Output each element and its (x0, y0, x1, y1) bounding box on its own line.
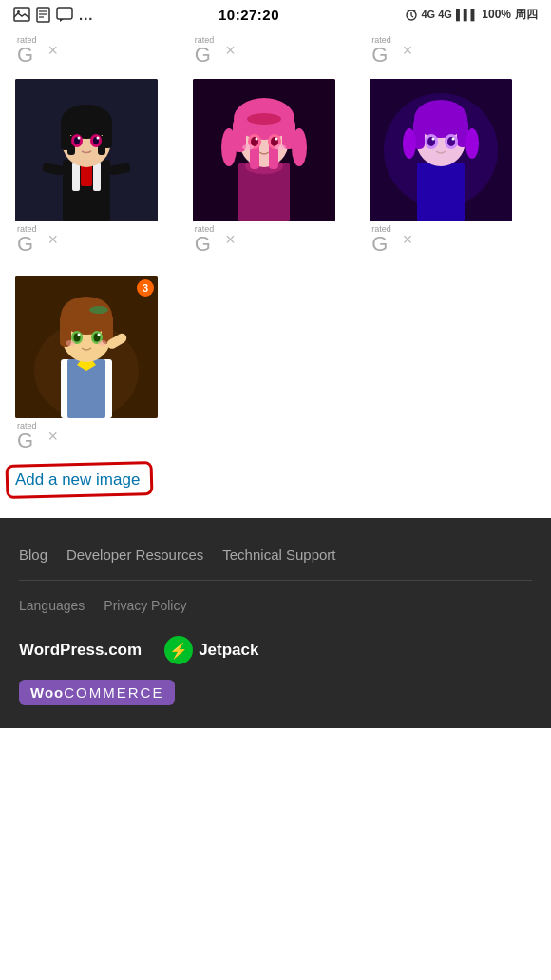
svg-point-28 (97, 137, 100, 140)
day-label: 周四 (515, 7, 538, 23)
svg-point-76 (89, 306, 108, 314)
svg-point-50 (275, 144, 286, 150)
svg-line-10 (407, 10, 408, 12)
svg-point-47 (255, 138, 257, 141)
image-thumb-2[interactable] (193, 79, 335, 221)
status-icons-right: 4G 4G ▌▌▌ 100% 周四 (405, 7, 539, 23)
footer-link-privacy[interactable]: Privacy Policy (104, 598, 186, 613)
jetpack-bolt-icon: ⚡ (169, 642, 188, 660)
add-image-container[interactable]: Add a new image (15, 471, 140, 490)
brand-row: WordPress.com ⚡ Jetpack (19, 636, 532, 664)
remove-button-top-3[interactable]: × (403, 41, 413, 61)
status-bar: ... 10:27:20 4G 4G ▌▌▌ 100% 周四 (0, 0, 551, 29)
svg-point-48 (275, 138, 277, 141)
svg-point-59 (466, 128, 479, 159)
svg-point-84 (98, 340, 107, 346)
alarm-icon (405, 8, 418, 21)
rating-row-2: rated G × (193, 225, 236, 255)
svg-point-64 (432, 138, 435, 141)
image-cell-3: rated G × (370, 79, 536, 255)
top-rating-row: rated G × rated G × rated G × (15, 29, 536, 69)
rating-row-4: rated G × (15, 422, 58, 452)
svg-rect-14 (72, 163, 80, 191)
image-cell-4: 3 (15, 276, 181, 452)
rating-label-3: rated G (371, 36, 391, 66)
jetpack-logo: ⚡ Jetpack (164, 636, 258, 664)
woo-text: Woo (30, 684, 64, 701)
image-icon (13, 7, 30, 22)
footer: BlogDeveloper Resources Technical Suppor… (0, 518, 551, 728)
footer-nav-primary: BlogDeveloper Resources Technical Suppor… (19, 547, 532, 563)
remove-button-3[interactable]: × (403, 230, 413, 250)
svg-rect-6 (57, 8, 72, 19)
wordpress-logo: WordPress.com (19, 641, 142, 660)
remove-button-1[interactable]: × (48, 230, 59, 250)
rating-label-2: rated G (195, 36, 215, 66)
character-figure-2 (193, 79, 335, 221)
rating-label-1: rated G (17, 36, 37, 66)
top-cell-2: rated G × (193, 36, 359, 66)
image-thumb-3[interactable] (370, 79, 512, 221)
svg-line-9 (411, 16, 413, 18)
more-icon: ... (79, 7, 94, 23)
svg-point-58 (403, 128, 416, 159)
footer-link-developer[interactable]: Developer Resources (66, 547, 203, 563)
chat-icon (56, 7, 73, 23)
remove-button-top-1[interactable]: × (48, 41, 59, 61)
remove-button-4[interactable]: × (48, 427, 59, 447)
footer-nav-secondary: Languages Privacy Policy (19, 598, 532, 613)
add-image-link[interactable]: Add a new image (15, 471, 140, 489)
character-figure-1 (15, 79, 158, 221)
image-grid-row2: 3 (15, 266, 536, 452)
jetpack-label: Jetpack (199, 641, 258, 660)
svg-point-49 (242, 144, 254, 150)
document-icon (36, 7, 50, 23)
image-badge: 3 (137, 279, 154, 297)
svg-point-39 (292, 128, 307, 166)
svg-point-82 (98, 334, 101, 336)
image-grid-row1: rated G × (15, 69, 536, 255)
main-content: rated G × rated G × rated G × (0, 29, 551, 509)
remove-button-top-2[interactable]: × (225, 41, 236, 61)
rating-row-1: rated G × (15, 225, 58, 255)
battery-percentage: 100% (482, 8, 511, 21)
svg-point-65 (452, 138, 455, 141)
remove-button-2[interactable]: × (225, 230, 236, 250)
image-thumb-1[interactable] (15, 79, 158, 221)
time-display: 10:27:20 (218, 7, 279, 23)
status-icons-left: ... (13, 7, 94, 23)
rating-row-3: rated G × (370, 225, 412, 255)
signal-icon: ▌▌▌ (456, 9, 478, 20)
footer-link-support[interactable]: Technical Support (222, 547, 335, 563)
character-figure-3 (370, 79, 512, 221)
footer-logos: WordPress.com ⚡ Jetpack Woo COMMERCE (19, 636, 532, 705)
svg-point-83 (66, 340, 75, 346)
footer-divider (19, 580, 532, 581)
svg-line-11 (413, 10, 415, 12)
svg-rect-15 (93, 163, 101, 191)
svg-point-27 (78, 137, 81, 140)
image-cell-1: rated G × (15, 79, 181, 255)
svg-point-38 (221, 128, 237, 166)
svg-point-42 (247, 113, 281, 125)
svg-point-81 (78, 334, 81, 336)
commerce-text: COMMERCE (64, 684, 163, 701)
woocommerce-logo: Woo COMMERCE (19, 680, 175, 705)
network-4g: 4G 4G (422, 9, 452, 20)
footer-link-languages[interactable]: Languages (19, 598, 85, 613)
character-figure-4 (15, 276, 158, 418)
svg-rect-53 (417, 163, 465, 221)
top-cell-1: rated G × (15, 36, 181, 66)
jetpack-icon: ⚡ (164, 636, 193, 664)
top-cell-3: rated G × (370, 36, 536, 66)
image-thumb-4[interactable]: 3 (15, 276, 158, 418)
footer-link-blog[interactable]: Blog (19, 547, 48, 563)
image-cell-2: rated G × (193, 79, 359, 255)
